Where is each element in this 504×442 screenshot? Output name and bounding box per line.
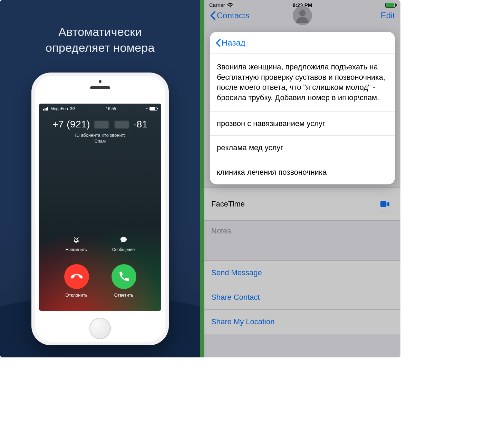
decline-button[interactable]: Отклонить bbox=[64, 264, 89, 298]
answer-button[interactable]: Ответить bbox=[112, 264, 136, 298]
comment-item[interactable]: Звонила женщина, предложила подъехать на… bbox=[210, 54, 395, 112]
remind-button[interactable]: Напомнить bbox=[66, 235, 87, 252]
comment-item[interactable]: реклама мед услуг bbox=[210, 136, 395, 160]
message-button[interactable]: Сообщение bbox=[112, 235, 135, 252]
signal-icon bbox=[43, 107, 48, 110]
comment-item[interactable]: клиника лечения позвоночника bbox=[210, 160, 395, 184]
message-label: Сообщение bbox=[112, 247, 135, 252]
answer-label: Ответить bbox=[112, 292, 136, 298]
promo-panel: Автоматически определяет номера MegaFon … bbox=[0, 0, 200, 357]
number-hidden-2 bbox=[115, 121, 129, 128]
caller-id-block: ID абонента Кто звонит: Спам bbox=[39, 133, 161, 144]
headline-line2: определяет номера bbox=[46, 40, 155, 56]
phone-camera-dot bbox=[99, 80, 101, 83]
sheet-back-button[interactable]: Назад bbox=[210, 32, 395, 54]
decline-icon bbox=[64, 264, 89, 289]
caller-id-value: Спам bbox=[39, 138, 161, 144]
number-prefix: +7 (921) bbox=[52, 119, 90, 129]
incoming-call-screen: MegaFon 3G 16:55 +7 (921) -81 bbox=[39, 104, 161, 311]
chevron-left-icon bbox=[215, 39, 221, 47]
network-label: 3G bbox=[70, 106, 76, 111]
answer-icon bbox=[112, 264, 136, 289]
decline-label: Отклонить bbox=[64, 292, 89, 298]
headline-line1: Автоматически bbox=[46, 24, 155, 40]
battery-icon bbox=[149, 107, 157, 110]
phone-mockup: MegaFon 3G 16:55 +7 (921) -81 bbox=[31, 73, 169, 345]
sheet-back-label: Назад bbox=[222, 38, 245, 48]
comments-sheet: Назад Звонила женщина, предложила подъех… bbox=[210, 32, 395, 184]
contact-screen: Carrier 8:23 PM Contacts Edit FaceTime bbox=[200, 0, 400, 357]
lock-icon bbox=[146, 108, 147, 109]
alarm-icon bbox=[71, 235, 81, 244]
number-hidden-1 bbox=[94, 121, 109, 128]
promo-headline: Автоматически определяет номера bbox=[46, 24, 155, 56]
status-bar: MegaFon 3G 16:55 bbox=[39, 104, 161, 111]
comment-item[interactable]: прозвон с навязыванием услуг bbox=[210, 112, 395, 136]
carrier-label: MegaFon bbox=[50, 106, 68, 111]
message-icon bbox=[119, 235, 128, 244]
phone-speaker bbox=[90, 86, 110, 89]
incoming-number: +7 (921) -81 bbox=[39, 119, 161, 130]
home-button[interactable] bbox=[89, 318, 111, 339]
number-suffix: -81 bbox=[133, 119, 148, 129]
remind-label: Напомнить bbox=[66, 247, 87, 252]
clock-label: 16:55 bbox=[106, 106, 116, 111]
caller-id-label: ID абонента Кто звонит: bbox=[39, 133, 161, 138]
